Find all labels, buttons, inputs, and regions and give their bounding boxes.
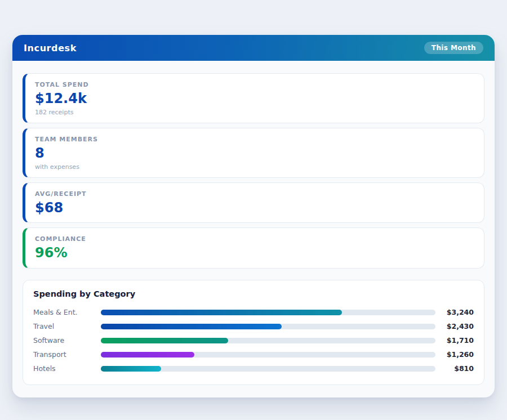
category-value: $3,240	[435, 308, 474, 316]
category-label: Travel	[33, 322, 101, 330]
stat-card-avg-receipt: AVG/RECEIPT $68	[23, 182, 484, 224]
category-value: $1,260	[435, 350, 474, 359]
category-label: Software	[33, 336, 101, 345]
bar-fill	[101, 352, 194, 358]
bar-track	[101, 324, 435, 329]
stat-label: TOTAL SPEND	[35, 81, 474, 88]
stat-card-compliance: COMPLIANCE 96%	[23, 227, 484, 269]
category-label: Meals & Ent.	[33, 308, 101, 316]
category-row-meals: Meals & Ent. $3,240	[33, 305, 474, 319]
category-row-transport: Transport $1,260	[33, 347, 474, 361]
app-title: Incurdesk	[24, 43, 77, 53]
bar-track	[101, 338, 435, 343]
stat-value: 8	[35, 145, 474, 162]
app-header: Incurdesk This Month	[12, 35, 495, 61]
stat-label: TEAM MEMBERS	[35, 136, 474, 143]
stat-label: AVG/RECEIPT	[35, 190, 474, 198]
bar-fill	[101, 324, 282, 329]
stat-value: 96%	[35, 245, 474, 261]
stats-section: TOTAL SPEND $12.4k 182 receipts TEAM MEM…	[12, 61, 495, 269]
stat-value: $12.4k	[35, 91, 474, 107]
period-badge[interactable]: This Month	[424, 42, 483, 54]
category-value: $810	[435, 364, 474, 373]
stat-label: COMPLIANCE	[35, 235, 474, 243]
bar-fill	[101, 338, 228, 343]
stat-subtext: 182 receipts	[35, 109, 474, 116]
category-value: $1,710	[435, 336, 474, 345]
chart-title: Spending by Category	[33, 289, 474, 298]
bar-fill	[101, 366, 161, 372]
bar-track	[101, 310, 435, 315]
stat-card-total-spend: TOTAL SPEND $12.4k 182 receipts	[23, 73, 484, 123]
category-label: Transport	[33, 350, 101, 359]
category-value: $2,430	[435, 322, 474, 330]
bar-track	[101, 352, 435, 358]
stat-subtext: with expenses	[35, 163, 474, 171]
category-label: Hotels	[33, 364, 101, 373]
category-row-hotels: Hotels $810	[33, 361, 474, 376]
dashboard-panel: Incurdesk This Month TOTAL SPEND $12.4k …	[12, 35, 495, 397]
stat-value: $68	[35, 200, 474, 216]
category-row-software: Software $1,710	[33, 333, 474, 347]
category-row-travel: Travel $2,430	[33, 319, 474, 333]
bar-fill	[101, 310, 342, 315]
spending-by-category-card: Spending by Category Meals & Ent. $3,240…	[23, 280, 484, 385]
bar-track	[101, 366, 435, 372]
stat-card-team-members: TEAM MEMBERS 8 with expenses	[23, 128, 484, 178]
